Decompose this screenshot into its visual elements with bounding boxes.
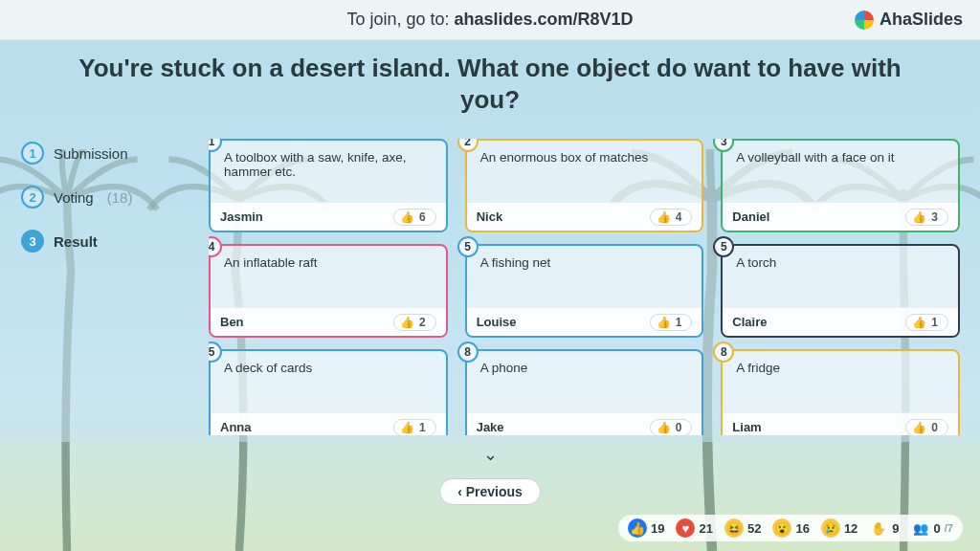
answer-footer: Jasmin👍6 bbox=[211, 202, 446, 231]
answer-card[interactable]: 5A fishing netLouise👍1 bbox=[465, 244, 704, 338]
step-number: 3 bbox=[21, 230, 44, 253]
reaction-count: 19 bbox=[651, 521, 664, 536]
thumb-icon: 👍 bbox=[400, 316, 414, 329]
answer-author: Anna bbox=[220, 420, 252, 434]
answer-text: An inflatable raft bbox=[211, 246, 446, 307]
answer-footer: Ben👍2 bbox=[211, 307, 446, 336]
vote-count: 3 bbox=[931, 210, 938, 224]
answer-card[interactable]: 2An enormous box of matchesNick👍4 bbox=[465, 139, 704, 232]
hand-icon: ✋ bbox=[869, 518, 888, 538]
join-prefix: To join, go to: bbox=[346, 10, 454, 29]
brand: AhaSlides bbox=[855, 10, 963, 30]
answer-card[interactable]: 1A toolbox with a saw, knife, axe, hamme… bbox=[209, 139, 448, 232]
vote-pill[interactable]: 👍1 bbox=[393, 419, 436, 436]
step-list: 1 Submission 2 Voting (18) 3 Result bbox=[21, 142, 193, 274]
heart-icon: ♥ bbox=[676, 518, 695, 538]
previous-label: Previous bbox=[466, 484, 523, 499]
reaction-count: 9 bbox=[892, 521, 899, 536]
reaction-count: 16 bbox=[795, 521, 809, 536]
vote-pill[interactable]: 👍0 bbox=[650, 419, 693, 436]
thumb-icon: 👍 bbox=[400, 421, 414, 434]
answer-author: Louise bbox=[477, 315, 517, 329]
vote-pill[interactable]: 👍3 bbox=[905, 209, 948, 226]
vote-count: 2 bbox=[419, 316, 426, 329]
answer-author: Nick bbox=[477, 209, 502, 224]
answer-card[interactable]: 5A torchClaire👍1 bbox=[721, 244, 960, 338]
step-submission[interactable]: 1 Submission bbox=[21, 142, 193, 165]
answer-footer: Jake👍0 bbox=[467, 412, 702, 435]
rank-badge: 8 bbox=[457, 342, 479, 363]
thumb-icon: 👍 bbox=[657, 210, 671, 224]
answer-text: A toolbox with a saw, knife, axe, hammer… bbox=[211, 141, 446, 202]
brand-logo-icon bbox=[855, 11, 874, 30]
reaction-count: 52 bbox=[747, 521, 761, 536]
reaction-sad[interactable]: 😢12 bbox=[821, 518, 858, 538]
previous-button[interactable]: ‹ Previous bbox=[439, 478, 541, 505]
chevron-left-icon: ‹ bbox=[457, 484, 466, 499]
answer-author: Claire bbox=[732, 315, 767, 329]
step-label: Voting bbox=[54, 189, 94, 206]
expand-icon[interactable]: ⌄ bbox=[483, 444, 498, 465]
step-number: 2 bbox=[21, 186, 44, 209]
answer-text: A phone bbox=[467, 351, 702, 412]
answer-footer: Liam👍0 bbox=[723, 412, 958, 435]
reaction-bar: 👍19 ♥21 😆52 😮16 😢12 ✋9 👥0/7 bbox=[618, 515, 963, 541]
join-text: To join, go to: ahaslides.com/R8V1D bbox=[346, 10, 633, 30]
reaction-love[interactable]: ♥21 bbox=[676, 518, 712, 538]
answer-text: A deck of cards bbox=[211, 351, 446, 412]
like-icon: 👍 bbox=[628, 518, 647, 538]
step-voting[interactable]: 2 Voting (18) bbox=[21, 186, 193, 209]
answer-text: A fridge bbox=[723, 351, 958, 412]
vote-count: 6 bbox=[419, 210, 426, 224]
thumb-icon: 👍 bbox=[912, 316, 926, 329]
step-label: Submission bbox=[54, 145, 128, 162]
vote-pill[interactable]: 👍1 bbox=[905, 314, 948, 331]
answer-footer: Daniel👍3 bbox=[723, 202, 958, 231]
answer-card[interactable]: 4An inflatable raftBen👍2 bbox=[209, 244, 448, 338]
answer-text: An enormous box of matches bbox=[467, 141, 702, 202]
vote-count: 0 bbox=[931, 421, 938, 434]
question-title: You're stuck on a desert island. What on… bbox=[0, 53, 980, 115]
answer-footer: Claire👍1 bbox=[723, 307, 958, 336]
reaction-hand[interactable]: ✋9 bbox=[869, 518, 899, 538]
reaction-count: 21 bbox=[699, 521, 712, 536]
vote-pill[interactable]: 👍2 bbox=[393, 314, 436, 331]
vote-pill[interactable]: 👍1 bbox=[650, 314, 693, 331]
top-bar: To join, go to: ahaslides.com/R8V1D AhaS… bbox=[0, 0, 980, 40]
answer-card[interactable]: 3A volleyball with a face on itDaniel👍3 bbox=[721, 139, 960, 232]
answer-author: Jake bbox=[477, 420, 504, 434]
thumb-icon: 👍 bbox=[912, 421, 926, 434]
vote-pill[interactable]: 👍0 bbox=[905, 419, 948, 436]
rank-badge: 5 bbox=[457, 236, 479, 257]
vote-count: 1 bbox=[419, 421, 426, 434]
answer-footer: Nick👍4 bbox=[467, 202, 702, 231]
reaction-count: 12 bbox=[844, 521, 858, 536]
answer-card[interactable]: 5A deck of cardsAnna👍1 bbox=[209, 349, 448, 435]
wow-icon: 😮 bbox=[772, 518, 791, 538]
answer-grid: 1A toolbox with a saw, knife, axe, hamme… bbox=[209, 139, 960, 435]
vote-pill[interactable]: 👍6 bbox=[393, 209, 436, 226]
thumb-icon: 👍 bbox=[912, 210, 926, 224]
answer-text: A volleyball with a face on it bbox=[723, 141, 958, 202]
participants: 👥0/7 bbox=[911, 518, 953, 538]
step-label: Result bbox=[54, 233, 98, 250]
answer-footer: Louise👍1 bbox=[467, 307, 702, 336]
sad-icon: 😢 bbox=[821, 518, 840, 538]
reaction-wow[interactable]: 😮16 bbox=[772, 518, 809, 538]
answer-card[interactable]: 8A fridgeLiam👍0 bbox=[721, 349, 960, 435]
reaction-laugh[interactable]: 😆52 bbox=[724, 518, 761, 538]
reaction-like[interactable]: 👍19 bbox=[628, 518, 664, 538]
step-result[interactable]: 3 Result bbox=[21, 230, 193, 253]
thumb-icon: 👍 bbox=[657, 421, 671, 434]
laugh-icon: 😆 bbox=[724, 518, 744, 538]
vote-pill[interactable]: 👍4 bbox=[650, 209, 693, 226]
answer-text: A fishing net bbox=[467, 246, 702, 307]
answer-author: Ben bbox=[220, 315, 244, 329]
vote-count: 1 bbox=[931, 316, 938, 329]
answer-author: Jasmin bbox=[220, 209, 263, 224]
answer-card[interactable]: 8A phoneJake👍0 bbox=[465, 349, 704, 435]
vote-count: 4 bbox=[676, 210, 682, 224]
participants-total: /7 bbox=[945, 522, 953, 534]
thumb-icon: 👍 bbox=[400, 210, 414, 224]
people-icon: 👥 bbox=[911, 518, 930, 538]
